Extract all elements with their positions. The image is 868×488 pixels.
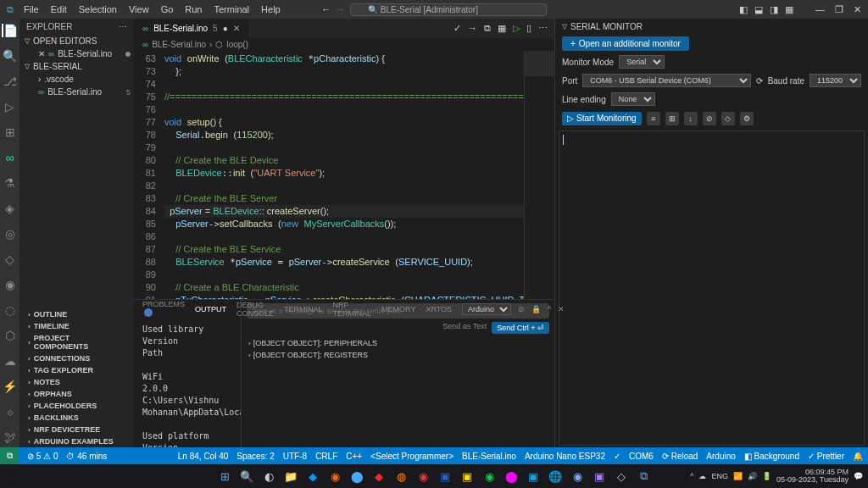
panel-tab-problems[interactable]: PROBLEMS	[142, 300, 185, 319]
menu-terminal[interactable]: Terminal	[209, 3, 255, 16]
status-encoding[interactable]: UTF-8	[283, 452, 307, 461]
breadcrumb[interactable]: ∞BLE-Serial.ino›⬡loop()	[134, 38, 554, 51]
close-file-icon[interactable]: ✕	[38, 49, 45, 58]
arduino-examples-section[interactable]: ›ARDUINO EXAMPLES	[19, 435, 134, 447]
status-sketch[interactable]: BLE-Serial.ino	[462, 452, 516, 461]
extensions-icon[interactable]: ⊞	[3, 125, 18, 139]
tb-ic8[interactable]: ◉	[414, 467, 432, 485]
serial-settings-icon[interactable]: ⚙	[740, 112, 754, 125]
arduino-icon[interactable]: ∞	[3, 151, 18, 164]
tb-ic12[interactable]: ⬤	[502, 467, 520, 485]
misc9-icon[interactable]: 🕊	[3, 430, 18, 444]
minimize-icon[interactable]: —	[815, 4, 825, 15]
tray-lang[interactable]: ENG	[711, 472, 728, 480]
baud-select[interactable]: 115200	[810, 74, 861, 87]
registers-row[interactable]: ›[OBJECT OBJECT]: REGISTERS	[242, 349, 554, 361]
serial-output[interactable]	[559, 130, 865, 446]
command-center[interactable]: 🔍 BLE-Serial [Administrator]	[350, 3, 547, 16]
remote-icon[interactable]: ◈	[3, 202, 18, 215]
status-programmer[interactable]: <Select Programmer>	[370, 452, 453, 461]
menu-run[interactable]: Run	[180, 3, 207, 16]
tb-ic15[interactable]: ◉	[568, 467, 587, 485]
panel-tab-nrf[interactable]: NRF TERMINAL	[333, 301, 372, 318]
split-icon[interactable]: ▯	[526, 23, 531, 34]
tab-close-icon[interactable]: ✕	[233, 24, 240, 33]
misc4-icon[interactable]: ◌	[3, 303, 18, 317]
menu-go[interactable]: Go	[156, 3, 179, 16]
clear-icon[interactable]: ⊘	[518, 305, 525, 313]
tb-ic5[interactable]: ⬤	[348, 467, 366, 485]
panel-tab-debug[interactable]: DEBUG CONSOLE	[236, 301, 274, 318]
close-icon[interactable]: ✕	[854, 4, 861, 15]
misc3-icon[interactable]: ◉	[3, 278, 18, 291]
upload-icon[interactable]: →	[468, 23, 477, 34]
code-editor[interactable]: void onWrite (BLECharacteristic *pCharac…	[164, 51, 524, 299]
start-icon[interactable]: ⊞	[215, 467, 234, 485]
status-prettier[interactable]: ✓ Prettier	[808, 452, 844, 461]
layout-right-icon[interactable]: ◨	[770, 4, 778, 15]
tb-ic1[interactable]: ◐	[259, 467, 278, 485]
output-panel[interactable]: Used library Version Path WiFi 2.0.0 C:\…	[134, 319, 241, 447]
orphans-section[interactable]: ›ORPHANS	[19, 388, 134, 400]
tray-wifi-icon[interactable]: 📶	[733, 472, 743, 480]
status-spaces[interactable]: Spaces: 2	[236, 452, 274, 461]
explorer-icon[interactable]: 📄	[2, 24, 17, 37]
scm-icon[interactable]: ⎇	[3, 75, 18, 88]
layout-bottom-icon[interactable]: ⬓	[754, 4, 763, 15]
tray-notif-icon[interactable]: 💬	[854, 472, 863, 480]
status-reload[interactable]: ⟳ Reload	[662, 452, 698, 461]
nav-back-icon[interactable]: ←	[321, 4, 331, 14]
layout-grid-icon[interactable]: ▦	[785, 4, 793, 15]
timeline-section[interactable]: ›TIMELINE	[19, 320, 134, 332]
start-monitoring-button[interactable]: ▷Start Monitoring	[562, 112, 642, 125]
monitor-mode-select[interactable]: Serial	[619, 55, 665, 69]
debug-icon[interactable]: ▷	[3, 100, 18, 114]
serial-ic1[interactable]: ≡	[647, 112, 660, 125]
serial-ic5[interactable]: ◇	[721, 112, 735, 125]
menu-view[interactable]: View	[124, 3, 154, 16]
menu-selection[interactable]: Selection	[74, 3, 122, 16]
send-button[interactable]: Send Ctrl + ⏎	[492, 322, 549, 334]
send-mode[interactable]: Send as Text	[442, 322, 487, 334]
nrf-section[interactable]: ›NRF DEVICETREE	[19, 424, 134, 435]
tray-clock[interactable]: 06:09:45 PM 05-09-2023, Tuesday	[776, 469, 849, 484]
connections-section[interactable]: ›CONNECTIONS	[19, 352, 134, 364]
port-select[interactable]: COM6 - USB Serial Device (COM6)	[582, 74, 750, 87]
verify-icon[interactable]: ✓	[453, 23, 461, 34]
refresh-port-icon[interactable]: ⟳	[756, 76, 763, 86]
serial-ic3[interactable]: ↓	[684, 112, 698, 125]
more-icon[interactable]: ⋯	[538, 23, 548, 34]
status-arduino[interactable]: Arduino	[706, 452, 735, 461]
menu-file[interactable]: File	[19, 3, 44, 16]
panel-tab-terminal[interactable]: TERMINAL	[284, 305, 323, 313]
output-filter[interactable]: Arduino	[462, 303, 511, 315]
close-panel-icon[interactable]: ✕	[558, 305, 565, 313]
outline-section[interactable]: ›OUTLINE	[19, 308, 134, 320]
toolbar-ic2[interactable]: ▦	[498, 23, 506, 34]
status-errors[interactable]: ⊘ 5 ⚠ 0	[27, 452, 58, 461]
panel-tab-xrtos[interactable]: XRTOS	[426, 305, 452, 313]
misc2-icon[interactable]: ◇	[3, 252, 18, 266]
panel-tab-output[interactable]: OUTPUT	[195, 305, 226, 313]
status-eol[interactable]: CRLF	[315, 452, 337, 461]
misc1-icon[interactable]: ◎	[3, 227, 18, 241]
misc8-icon[interactable]: ⟐	[3, 405, 18, 419]
components-section[interactable]: ›PROJECT COMPONENTS	[19, 332, 134, 352]
tray-up-icon[interactable]: ^	[690, 472, 693, 480]
test-icon[interactable]: ⚗	[3, 176, 18, 190]
tb-ic17[interactable]: ◇	[612, 467, 631, 485]
serial-ic2[interactable]: ⊞	[665, 112, 679, 125]
tag-explorer-section[interactable]: ›TAG EXPLORER	[19, 364, 134, 376]
status-cursor[interactable]: Ln 84, Col 40	[178, 452, 229, 461]
tb-ic13[interactable]: ▣	[524, 467, 542, 485]
menu-edit[interactable]: Edit	[46, 3, 72, 16]
status-time[interactable]: ⏱ 46 mins	[66, 452, 107, 461]
tray-volume-icon[interactable]: 🔊	[748, 472, 757, 480]
placeholders-section[interactable]: ›PLACEHOLDERS	[19, 400, 134, 412]
tb-ic11[interactable]: ◉	[480, 467, 498, 485]
file-ble-serial[interactable]: ∞BLE-Serial.ino5	[19, 86, 134, 98]
status-lang[interactable]: C++	[346, 452, 362, 461]
tb-ic7[interactable]: ◍	[392, 467, 410, 485]
status-board[interactable]: Arduino Nano ESP32	[525, 452, 605, 461]
tray-battery-icon[interactable]: 🔋	[762, 472, 771, 480]
